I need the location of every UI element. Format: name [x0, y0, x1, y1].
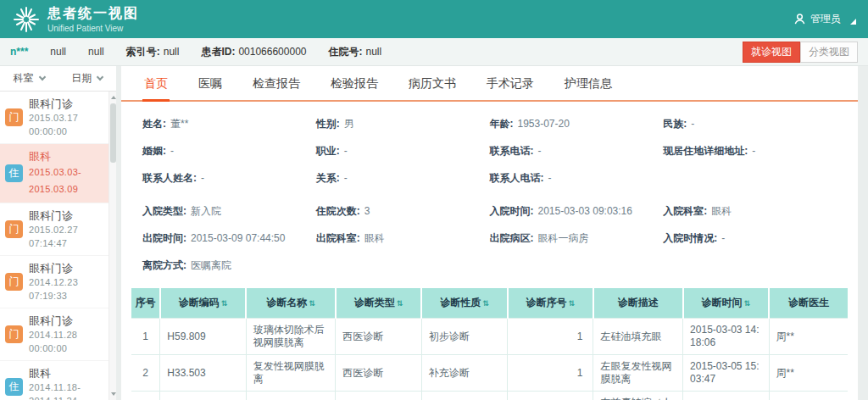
table-row: 1 H59.809 玻璃体切除术后视网膜脱离 西医诊断 初步诊断 1 左硅油填充…	[131, 319, 848, 355]
starburst-logo-icon	[12, 5, 41, 34]
visit-item[interactable]: 门 眼科门诊 2015.03.17 00:00:00	[0, 92, 108, 144]
sort-icon: ⇅	[744, 299, 751, 308]
sidebar-scrollbar[interactable]	[108, 92, 116, 400]
chevron-down-icon	[39, 74, 46, 81]
field-contact-name: 联系人姓名:-	[142, 171, 316, 186]
table-header-row: 序号 诊断编码⇅ 诊断名称⇅ 诊断类型⇅ 诊断性质⇅ 诊断序号⇅ 诊断描述 诊断…	[131, 288, 848, 319]
field-discharge-dept: 出院科室:眼科	[316, 231, 490, 246]
patient-name: n***	[10, 46, 28, 58]
visit-item-selected[interactable]: 住 眼科 2015.03.03- 2015.03.09	[0, 144, 108, 203]
col-diagnosis-code[interactable]: 诊断编码⇅	[160, 288, 246, 319]
diagnosis-table: 序号 诊断编码⇅ 诊断名称⇅ 诊断类型⇅ 诊断性质⇅ 诊断序号⇅ 诊断描述 诊断…	[131, 288, 848, 400]
visit-item[interactable]: 门 眼科门诊 2014.12.23 07:19:33	[0, 256, 108, 308]
app-logo: 患者统一视图 Unified Patient View	[12, 5, 139, 34]
outpatient-icon: 门	[5, 220, 23, 238]
visit-item[interactable]: 门 眼科门诊 2014.11.28 00:00:00	[0, 308, 108, 361]
patient-field-1: null	[50, 46, 66, 58]
field-empty	[663, 171, 837, 186]
field-admission-type: 入院类型:新入院	[142, 204, 316, 219]
field-discharge-time: 出院时间:2015-03-09 07:44:50	[142, 231, 316, 246]
visit-item[interactable]: 住 眼科 2014.11.18- 2014.11.24	[0, 361, 108, 400]
patient-profile: 姓名:董** 性别:男 年龄:1953-07-20 民族:- 婚姻:- 职业:-…	[121, 102, 858, 276]
field-address: 现居住地详细地址:-	[663, 144, 837, 158]
field-admission-count: 住院次数:3	[316, 204, 490, 219]
sort-icon: ⇅	[397, 299, 403, 308]
outpatient-icon: 门	[5, 325, 23, 343]
field-phone: 联系电话:-	[490, 144, 664, 158]
table-row: 3 Z96.101 人工晶体植入状态 西医诊断 初步诊断 2 左前囊皱缩（人工晶…	[131, 392, 848, 400]
date-filter-dropdown[interactable]: 日期	[71, 71, 103, 86]
tab-nursing-info[interactable]: 护理信息	[563, 66, 614, 102]
outpatient-icon: 门	[5, 108, 23, 126]
inpatient-icon: 住	[5, 378, 23, 396]
chevron-down-icon	[97, 74, 103, 81]
field-gender: 性别:男	[316, 117, 490, 131]
field-name: 姓名:董**	[142, 117, 316, 131]
basic-info-grid: 姓名:董** 性别:男 年龄:1953-07-20 民族:- 婚姻:- 职业:-…	[142, 117, 837, 186]
field-ethnicity: 民族:-	[663, 117, 837, 131]
field-admission-time: 入院时间:2015-03-03 09:03:16	[490, 204, 664, 219]
field-discharge-method: 离院方式:医嘱离院	[142, 258, 316, 273]
field-admission-dept: 入院科室:眼科	[663, 204, 837, 219]
col-diagnosis-type[interactable]: 诊断类型⇅	[336, 288, 421, 319]
tab-surgery-records[interactable]: 手术记录	[485, 66, 536, 102]
table-row: 2 H33.503 复发性视网膜脱离 西医诊断 补充诊断 1 左眼复发性视网膜脱…	[131, 355, 848, 392]
scrollbar-thumb[interactable]	[110, 103, 116, 163]
visit-view-button[interactable]: 就诊视图	[743, 42, 800, 63]
field-contact-phone: 联系人电话:-	[490, 171, 664, 186]
visit-sidebar: 科室 日期 门 眼科门诊 2015.03.17 00:00:00 住 眼科 20…	[0, 66, 116, 400]
inpatient-icon: 住	[5, 164, 23, 182]
field-marriage: 婚姻:-	[142, 144, 316, 158]
patient-field-2: null	[88, 46, 104, 58]
scroll-up-icon[interactable]	[110, 93, 116, 102]
patient-admission-no: 住院号:null	[329, 45, 382, 59]
sort-icon: ⇅	[309, 299, 315, 308]
field-relation: 关系:-	[316, 171, 490, 186]
field-discharge-ward: 出院病区:眼科一病房	[490, 231, 664, 246]
col-diagnosis-nature[interactable]: 诊断性质⇅	[421, 288, 507, 319]
col-diagnosis-doctor: 诊断医生	[769, 288, 848, 319]
tab-bar: 首页 医嘱 检查报告 检验报告 病历文书 手术记录 护理信息	[121, 66, 858, 102]
patient-info-bar: n*** null null 索引号:null 患者ID:00106660000…	[0, 38, 868, 66]
tab-medical-records[interactable]: 病历文书	[407, 66, 458, 102]
col-diagnosis-desc: 诊断描述	[593, 288, 683, 319]
app-subtitle: Unified Patient View	[47, 24, 139, 33]
visit-item[interactable]: 门 眼科门诊 2015.02.27 07:14:47	[0, 203, 108, 256]
visit-list: 门 眼科门诊 2015.03.17 00:00:00 住 眼科 2015.03.…	[0, 92, 116, 400]
sort-icon: ⇅	[482, 299, 489, 308]
field-age: 年龄:1953-07-20	[490, 117, 664, 131]
admission-info-grid: 入院类型:新入院 住院次数:3 入院时间:2015-03-03 09:03:16…	[142, 204, 837, 273]
department-filter-dropdown[interactable]: 科室	[14, 71, 45, 86]
category-view-button[interactable]: 分类视图	[800, 42, 858, 63]
col-diagnosis-time[interactable]: 诊断时间⇅	[683, 288, 769, 319]
sort-icon: ⇅	[221, 299, 228, 308]
user-caret-icon	[850, 19, 856, 25]
tab-home[interactable]: 首页	[142, 66, 170, 102]
scroll-down-icon[interactable]	[110, 390, 116, 398]
user-name: 管理员	[810, 12, 841, 26]
outpatient-icon: 门	[5, 273, 23, 291]
field-admission-condition: 入院时情况:-	[663, 231, 837, 246]
app-title: 患者统一视图	[47, 5, 139, 23]
user-icon	[793, 13, 806, 25]
col-diagnosis-seq[interactable]: 诊断序号⇅	[508, 288, 593, 319]
main-panel: 首页 医嘱 检查报告 检验报告 病历文书 手术记录 护理信息 姓名:董** 性别…	[121, 66, 858, 400]
tab-lab-reports[interactable]: 检验报告	[329, 66, 380, 102]
patient-id: 患者ID:001066600000	[201, 45, 306, 59]
tab-exam-reports[interactable]: 检查报告	[251, 66, 302, 102]
col-diagnosis-name[interactable]: 诊断名称⇅	[246, 288, 336, 319]
sort-icon: ⇅	[569, 299, 576, 308]
user-menu[interactable]: 管理员	[793, 12, 856, 26]
col-seq: 序号	[131, 288, 160, 319]
app-header: 患者统一视图 Unified Patient View 管理员	[0, 0, 868, 38]
field-occupation: 职业:-	[316, 144, 490, 158]
patient-index-no: 索引号:null	[126, 45, 180, 59]
tab-orders[interactable]: 医嘱	[197, 66, 224, 102]
